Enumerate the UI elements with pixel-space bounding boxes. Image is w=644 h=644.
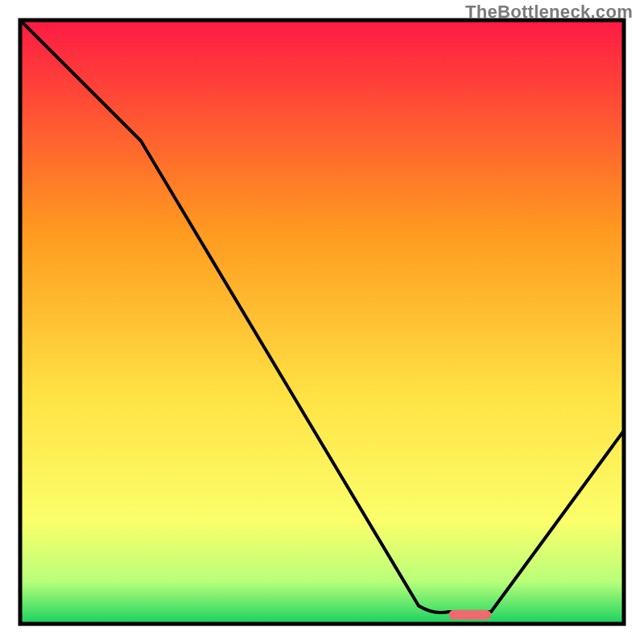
bottleneck-chart: [0, 0, 644, 644]
optimal-range-marker: [449, 610, 492, 620]
chart-container: TheBottleneck.com: [0, 0, 644, 644]
watermark-text: TheBottleneck.com: [465, 2, 633, 23]
